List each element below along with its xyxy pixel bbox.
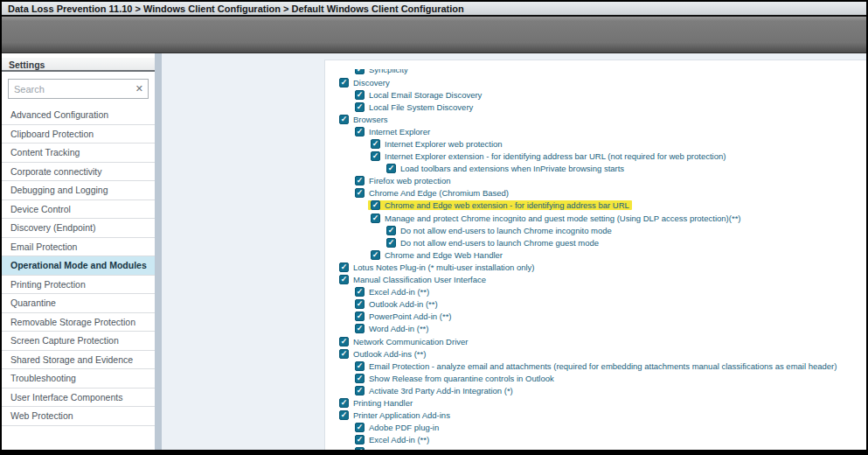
checkbox-icon[interactable]: ✓ [355,127,365,136]
tree-row: ✓Manual Classification User Interface [337,274,866,286]
tree-label: Chrome and Edge web extension - for iden… [385,200,629,210]
tree-label: Local Email Storage Discovery [369,90,482,100]
checkbox-icon[interactable]: ✓ [355,361,365,371]
sidebar-item[interactable]: User Interface Components [2,388,155,408]
sidebar-title: Settings [2,58,155,72]
tree-row: ✓Local Email Storage Discovery [337,88,866,101]
tree-row: ✓Outlook Add-ins (**) [337,347,866,360]
tree-row: ✓Syncplicity [337,69,866,76]
checkbox-icon[interactable]: ✓ [355,324,365,333]
sidebar-item[interactable]: Operational Mode and Modules [2,256,155,276]
search-input[interactable] [8,79,149,99]
sidebar-item[interactable]: Advanced Configuration [2,106,155,125]
checkbox-icon[interactable]: ✓ [371,151,380,161]
checkbox-icon[interactable]: ✓ [339,337,349,346]
checkbox-icon[interactable]: ✓ [355,312,365,321]
tree-label: Internet Explorer extension - for identi… [385,151,726,161]
checkbox-icon[interactable]: ✓ [386,238,396,248]
tree-label: Manage and protect Chrome incognito and … [385,214,741,223]
checkbox-icon[interactable]: ✓ [355,447,365,450]
tree-row: ✓Show Release from quarantine controls i… [337,372,866,384]
checkbox-icon[interactable]: ✓ [355,423,365,432]
checkbox-icon[interactable]: ✓ [355,176,365,186]
tree-label: Excel Add-in (**) [369,287,429,297]
tree-label: Internet Explorer [369,127,430,136]
checkbox-icon[interactable]: ✓ [386,226,396,235]
sidebar-item[interactable]: Discovery (Endpoint) [2,219,155,238]
checkbox-icon[interactable]: ✓ [339,262,349,272]
checkbox-icon[interactable]: ✓ [339,398,349,408]
checkbox-icon[interactable]: ✓ [339,78,349,88]
tree-row: ✓Excel Add-in (**) [337,434,866,446]
sidebar-item[interactable]: Content Tracking [2,144,155,163]
sidebar-menu: Advanced ConfigurationClipboard Protecti… [2,106,155,426]
sidebar-item[interactable]: Troubleshooting [2,369,155,388]
tree-row: ✓Internet Explorer [337,125,866,137]
tree-row: ✓Printer Application Add-ins [337,410,866,422]
sidebar-item[interactable]: Email Protection [2,238,155,257]
toolbar [2,17,866,53]
checkbox-icon[interactable]: ✓ [339,115,349,124]
tree-label: Show Release from quarantine controls in… [369,374,554,383]
checkbox-icon[interactable]: ✓ [355,287,365,297]
checkbox-icon[interactable]: ✓ [355,102,365,112]
tree-label: PowerPoint Add-in (**) [369,312,452,321]
checkbox-icon[interactable]: ✓ [339,410,349,420]
tree-row: ✓Printing Handler [337,396,866,409]
sidebar-item[interactable]: Printing Protection [2,276,155,295]
tree-row: ✓Manage and protect Chrome incognito and… [337,212,866,224]
tree-label: Load toolbars and extensions when InPriv… [400,164,624,173]
sidebar-item[interactable]: Quarantine [2,294,155,313]
tree-row: ✓PowerPoint Add-in (**) [337,311,866,323]
checkbox-icon[interactable]: ✓ [339,275,349,284]
tree-label: Local File System Discovery [369,102,473,112]
tree-label: Discovery [353,78,390,88]
tree-label: Excel Add-in (**) [369,435,429,444]
tree-label: Internet Explorer web protection [385,139,503,149]
tree-row: ✓Email Protection - analyze email and at… [337,360,866,372]
sidebar-item[interactable]: Screen Capture Protection [2,332,155,351]
checkbox-icon[interactable]: ✓ [355,374,365,383]
tree-row: ✓Browsers [337,113,866,125]
content-area: ✓Syncplicity✓Discovery✓Local Email Stora… [162,53,866,450]
checkbox-icon[interactable]: ✓ [371,214,380,223]
settings-sidebar: Settings ✕ Advanced ConfigurationClipboa… [2,53,155,450]
checkbox-icon[interactable]: ✓ [371,250,380,260]
tree-label: Outlook Add-ins (**) [353,349,426,359]
sidebar-splitter[interactable] [155,53,162,450]
clear-search-icon[interactable]: ✕ [135,83,143,94]
checkbox-icon[interactable]: ✓ [355,69,365,74]
tree-label: Network Communication Driver [353,337,468,346]
main-body: Settings ✕ Advanced ConfigurationClipboa… [2,53,866,450]
tree-row: ✓Excel Add-in (**) [337,286,866,298]
checkbox-icon[interactable]: ✓ [386,164,396,173]
tree-row: ✓Activate 3rd Party Add-in Integration (… [337,384,866,396]
sidebar-item[interactable]: Corporate connectivity [2,163,155,182]
tree-row: ✓Local File System Discovery [337,101,866,113]
sidebar-item[interactable]: Debugging and Logging [2,181,155,200]
breadcrumb[interactable]: Data Loss Prevention 11.10 > Windows Cli… [2,2,866,17]
sidebar-item[interactable]: Web Protection [2,407,155,426]
tree-row: ✓Do not allow end-users to launch Chrome… [337,224,866,236]
module-tree: ✓Syncplicity✓Discovery✓Local Email Stora… [324,60,866,450]
checkbox-icon[interactable]: ✓ [339,349,349,359]
checkbox-icon[interactable]: ✓ [371,139,380,149]
sidebar-item[interactable]: Clipboard Protection [2,125,155,144]
tree-label: Do not allow end-users to launch Chrome … [400,238,599,248]
checkbox-icon[interactable]: ✓ [371,200,380,210]
tree-label: Firefox web protection [369,176,450,186]
checkbox-icon[interactable]: ✓ [355,188,365,198]
search-box: ✕ [8,79,149,99]
tree-label: Outlook Add-in (**) [369,299,438,309]
checkbox-icon[interactable]: ✓ [355,435,365,444]
tree-row: ✓ [337,446,866,450]
tree-row: ✓Outlook Add-in (**) [337,298,866,311]
sidebar-item[interactable]: Removable Storage Protection [2,313,155,332]
checkbox-icon[interactable]: ✓ [355,90,365,100]
sidebar-item[interactable]: Shared Storage and Evidence [2,351,155,370]
checkbox-icon[interactable]: ✓ [355,386,365,396]
sidebar-item[interactable]: Device Control [2,200,155,220]
tree-row: ✓Internet Explorer web protection [337,137,866,150]
checkbox-icon[interactable]: ✓ [355,299,365,309]
tree-row: ✓Internet Explorer extension - for ident… [337,150,866,163]
